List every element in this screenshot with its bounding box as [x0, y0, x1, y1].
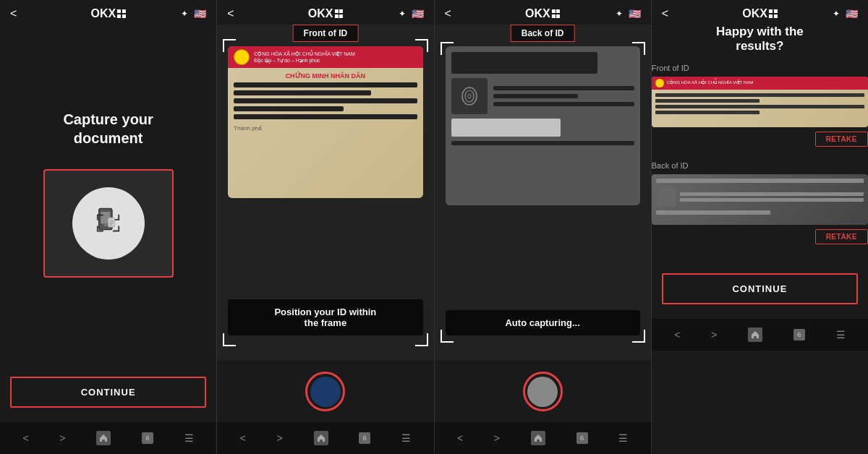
header-4: < OKX ✦ 🇺🇸: [652, 0, 868, 25]
logo-sq-3: [117, 14, 121, 18]
retake-front-wrapper: RETAKE: [652, 132, 868, 154]
nav-menu-4[interactable]: ☰: [836, 329, 846, 340]
nav-fwd-4[interactable]: >: [711, 329, 717, 340]
nav-back-1[interactable]: <: [22, 432, 28, 444]
shutter-button-front[interactable]: [305, 372, 345, 411]
rtb-line-1: [656, 179, 864, 183]
thumb-front-text: CỘNG HÒA XÃ HỘI CHỦ NGHĨA VIỆT NAM: [667, 80, 754, 85]
logo-sq-15: [769, 14, 773, 18]
nav-fwd-3[interactable]: >: [494, 432, 500, 444]
screen-1-capture: < OKX ✦ 🇺🇸 Capture your document: [0, 0, 217, 454]
logo-1: OKX: [91, 7, 126, 20]
shutter-button-back[interactable]: [523, 372, 563, 411]
thumb-back-inner: [652, 174, 868, 225]
nav-back-3[interactable]: <: [457, 432, 463, 444]
front-id-thumbnail: CỘNG HÒA XÃ HỘI CHỦ NGHĨA VIỆT NAM: [652, 77, 868, 127]
back-button-1[interactable]: <: [10, 7, 17, 20]
logo-text-3: OKX: [525, 7, 550, 20]
header-right-3: ✦ 🇺🇸: [616, 8, 641, 20]
logo-sq-10: [556, 9, 560, 13]
flag-icon-3: 🇺🇸: [629, 8, 641, 20]
nav-fwd-1[interactable]: >: [59, 432, 65, 444]
logo-sq-8: [339, 14, 343, 18]
logo-sq-12: [556, 14, 560, 18]
logo-sq-7: [334, 14, 338, 18]
retake-front-button[interactable]: RETAKE: [815, 132, 868, 147]
bottom-nav-1: < > 6 ☰: [0, 422, 216, 454]
phone-scan-icon: [88, 203, 128, 243]
camera-view-front: Front of ID CỘNG HÒA XÃ HỘI CHỦ NGHĨA VI…: [217, 25, 433, 361]
nav-sq-4[interactable]: 6: [793, 329, 805, 340]
header-right-4: ✦ 🇺🇸: [833, 8, 858, 20]
back-button-3[interactable]: <: [445, 7, 451, 20]
nav-home-icon-4[interactable]: [748, 327, 762, 342]
screen-2-front-id: < OKX ✦ 🇺🇸 Front of ID CỘNG HÒA XÃ HỘI C…: [217, 0, 434, 454]
corner-back-tr: [632, 42, 645, 55]
corner-back-tl: [441, 42, 454, 55]
screen-3-back-id: < OKX ✦ 🇺🇸 Back of ID: [435, 0, 652, 454]
header-right-2: ✦ 🇺🇸: [399, 8, 424, 20]
logo-sq-9: [552, 9, 556, 13]
capture-content: Capture your document: [0, 25, 216, 362]
id-illustration-circle: [72, 187, 145, 260]
front-id-label: Front of ID: [293, 25, 359, 42]
star-icon-4: ✦: [833, 9, 840, 19]
id-frame-illustration: [43, 169, 174, 278]
nav-home-icon-1[interactable]: [96, 431, 111, 445]
corner-tl: [223, 39, 236, 52]
flag-icon-4: 🇺🇸: [846, 8, 858, 20]
back-button-4[interactable]: <: [662, 7, 668, 20]
nav-sq-3[interactable]: 6: [576, 432, 588, 444]
thumb-emblem: [655, 79, 664, 87]
position-message: Position your ID within the frame: [228, 299, 422, 335]
logo-sq-13: [769, 9, 773, 13]
shutter-inner-front: [310, 377, 341, 407]
thumb-front-top: CỘNG HÒA XÃ HỘI CHỦ NGHĨA VIỆT NAM: [652, 77, 868, 90]
rtb-fp-area: [656, 187, 864, 207]
nav-menu-3[interactable]: ☰: [618, 432, 628, 444]
nav-sq-2[interactable]: 6: [359, 432, 370, 444]
nav-back-2[interactable]: <: [240, 432, 246, 444]
header-2: < OKX ✦ 🇺🇸: [217, 0, 433, 25]
rtb-fp-line-2: [680, 198, 864, 202]
logo-sq-16: [773, 14, 777, 18]
nav-sq-1[interactable]: 6: [142, 432, 153, 444]
back-button-2[interactable]: <: [227, 7, 234, 20]
logo-sq-1: [117, 9, 121, 13]
results-content: Happy with theresults? Front of ID CỘNG …: [652, 25, 868, 259]
shutter-area-back: [435, 361, 651, 422]
logo-grid-4: [769, 9, 778, 18]
star-icon-1: ✦: [181, 9, 188, 19]
flag-icon-1: 🇺🇸: [194, 8, 206, 20]
nav-menu-2[interactable]: ☰: [401, 432, 411, 444]
nav-back-4[interactable]: <: [674, 329, 680, 340]
scan-frame-back: [441, 42, 645, 343]
header-3: < OKX ✦ 🇺🇸: [435, 0, 651, 25]
logo-2: OKX: [308, 7, 343, 20]
logo-sq-6: [339, 9, 343, 13]
logo-grid-3: [552, 9, 561, 18]
nav-fwd-2[interactable]: >: [277, 432, 283, 444]
back-id-label: Back of ID: [511, 25, 575, 42]
back-id-section-label: Back of ID: [652, 161, 868, 170]
logo-grid-2: [334, 9, 343, 18]
retake-back-wrapper: RETAKE: [652, 229, 868, 252]
rtb-fp-line-1: [680, 192, 864, 196]
camera-view-back: Back of ID: [435, 25, 651, 361]
thumb-line-1: [655, 93, 864, 97]
auto-capture-message: Auto capturing...: [446, 310, 640, 335]
retake-back-button[interactable]: RETAKE: [815, 229, 868, 244]
logo-sq-11: [552, 14, 556, 18]
header-right-1: ✦ 🇺🇸: [181, 8, 206, 20]
continue-button-4[interactable]: CONTINUE: [662, 273, 858, 304]
star-icon-2: ✦: [399, 9, 406, 19]
screen-4-results: < OKX ✦ 🇺🇸 Happy with theresults? Front …: [652, 0, 868, 454]
logo-sq-2: [122, 9, 126, 13]
thumb-line-4: [655, 111, 760, 114]
nav-menu-1[interactable]: ☰: [184, 432, 194, 444]
nav-home-icon-3[interactable]: [531, 431, 545, 445]
star-icon-3: ✦: [616, 9, 623, 19]
continue-button-1[interactable]: CONTINUE: [10, 377, 206, 408]
nav-home-icon-2[interactable]: [314, 431, 328, 445]
back-id-thumbnail: [652, 174, 868, 225]
